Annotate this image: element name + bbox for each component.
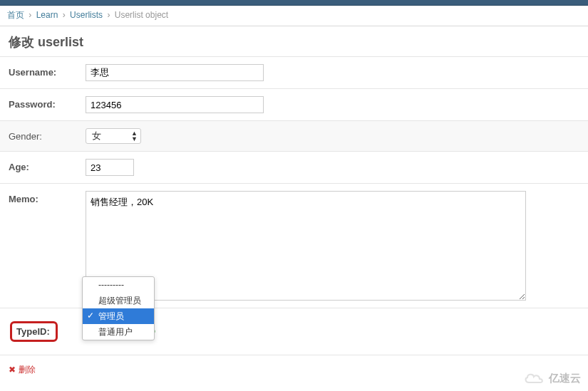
- window-topbar: [0, 0, 588, 6]
- breadcrumb-sep: ›: [107, 10, 110, 20]
- breadcrumb-model[interactable]: Userlists: [70, 10, 103, 20]
- label-gender: Gender:: [9, 128, 86, 142]
- row-gender: Gender: 女 ▲▼: [0, 121, 588, 152]
- breadcrumb-sep: ›: [29, 10, 31, 20]
- watermark: 亿速云: [523, 371, 581, 385]
- label-username: Username:: [9, 64, 86, 78]
- row-age: Age:: [0, 152, 588, 184]
- breadcrumb-sep: ›: [63, 10, 66, 20]
- cloud-icon: [523, 371, 545, 385]
- page-title: 修改 userlist: [0, 26, 588, 56]
- delete-row: ✖删除: [0, 355, 588, 385]
- breadcrumb-home[interactable]: 首页: [7, 10, 24, 20]
- select-arrows-icon: ▲▼: [131, 130, 138, 142]
- typeid-option-normaluser[interactable]: 普通用户: [83, 324, 154, 340]
- breadcrumb: 首页 › Learn › Userlists › Userlist object: [0, 6, 588, 26]
- typeid-dropdown[interactable]: --------- 超级管理员 管理员 普通用户: [82, 276, 155, 340]
- row-username: Username:: [0, 57, 588, 89]
- label-typeid: TypeID:: [10, 321, 58, 342]
- breadcrumb-app[interactable]: Learn: [36, 10, 58, 20]
- row-typeid: TypeID: --------- 超级管理员 管理员 普通用户 ✎ ✚: [0, 308, 588, 355]
- delete-link[interactable]: 删除: [19, 365, 36, 375]
- breadcrumb-current: Userlist object: [115, 10, 168, 20]
- age-field[interactable]: [86, 159, 134, 176]
- gender-select[interactable]: 女 ▲▼: [86, 128, 141, 144]
- typeid-option-dash[interactable]: ---------: [83, 277, 154, 293]
- password-field[interactable]: [86, 96, 264, 113]
- typeid-option-admin[interactable]: 管理员: [83, 308, 154, 324]
- row-password: Password:: [0, 89, 588, 121]
- typeid-option-superadmin[interactable]: 超级管理员: [83, 293, 154, 308]
- delete-icon[interactable]: ✖: [9, 365, 16, 375]
- gender-value: 女: [92, 130, 101, 142]
- label-age: Age:: [9, 159, 86, 172]
- label-memo: Memo:: [9, 191, 86, 204]
- form-region: Username: Password: Gender: 女 ▲▼ Age: Me…: [0, 56, 588, 385]
- watermark-text: 亿速云: [549, 372, 581, 385]
- label-password: Password:: [9, 96, 86, 110]
- username-field[interactable]: [86, 64, 264, 81]
